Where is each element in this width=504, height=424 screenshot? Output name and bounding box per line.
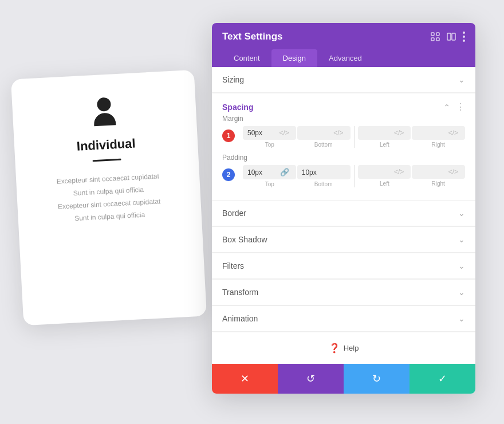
settings-panel: Text Settings [212,23,475,394]
margin-top-value: 50px [247,129,262,137]
margin-left-input[interactable]: </> [358,126,411,140]
sizing-section: Sizing ⌄ [212,67,475,93]
dot3 [463,40,465,42]
padding-left-link: </> [394,168,404,176]
padding-label: Padding [222,154,465,162]
padding-labels-left: Top Bottom [243,181,351,187]
margin-bottom-label: Bottom [297,142,351,148]
boxshadow-section: Box Shadow ⌄ [212,227,475,253]
split-icon[interactable] [447,32,456,41]
margin-divider [354,126,355,148]
margin-labels-right: Left Right [358,142,466,148]
margin-top-label: Top [243,142,297,148]
margin-top-input[interactable]: 50px </> [243,126,296,140]
transform-section: Transform ⌄ [212,280,475,306]
padding-right-label: Right [411,180,465,187]
margin-bottom-input[interactable]: </> [297,126,351,140]
reset-button[interactable]: ↺ [278,364,344,394]
padding-left-label: Left [358,180,412,187]
padding-right-link: </> [448,168,458,176]
margin-labels-left: Top Bottom [243,142,351,148]
margin-top-bottom: 50px </> </> [243,126,351,140]
cancel-button[interactable]: ✕ [212,364,278,394]
padding-right-input[interactable]: </> [412,165,465,179]
card-title: Individual [76,136,136,154]
margin-left-label: Left [358,142,412,148]
animation-header[interactable]: Animation ⌄ [212,306,475,332]
dot2 [463,36,465,38]
panel-tabs: Content Design Advanced [222,49,465,67]
padding-link-icon: 🔗 [280,168,289,176]
margin-bottom-link: </> [333,129,343,137]
avatar-body [93,112,116,126]
card-text-2: Sunt in culpa qui officia [73,186,144,197]
help-text[interactable]: Help [344,344,359,352]
avatar-head [97,97,111,112]
fullscreen-icon[interactable] [431,32,440,41]
animation-label: Animation [222,314,258,323]
boxshadow-header[interactable]: Box Shadow ⌄ [212,227,475,253]
padding-top-input[interactable]: 10px 🔗 [243,165,296,179]
boxshadow-chevron: ⌄ [458,235,465,244]
tab-advanced[interactable]: Advanced [317,49,373,67]
margin-label: Margin [222,115,465,123]
margin-right-input[interactable]: </> [412,126,465,140]
border-section: Border ⌄ [212,201,475,227]
more-icon[interactable] [463,32,465,42]
margin-link-icon: </> [279,129,289,137]
padding-top-label: Top [243,181,297,187]
filters-section: Filters ⌄ [212,253,475,280]
spacing-section: Spacing ⌄ ⋮ Margin 1 [212,93,475,201]
tab-content[interactable]: Content [222,49,271,67]
svg-rect-4 [447,33,451,40]
avatar-icon [88,97,121,131]
filters-label: Filters [222,261,244,270]
padding-bottom-value: 10px [302,168,317,176]
border-label: Border [222,209,246,218]
svg-rect-1 [436,33,439,36]
animation-section: Animation ⌄ [212,306,475,332]
sizing-header[interactable]: Sizing ⌄ [212,67,475,93]
redo-button[interactable]: ↻ [344,364,410,394]
transform-label: Transform [222,288,258,297]
help-row: ❓ Help [212,332,475,364]
margin-left-group: 50px </> </> Top Bottom [243,126,351,148]
filters-chevron: ⌄ [458,261,465,270]
padding-left-input[interactable]: </> [358,165,411,179]
border-header[interactable]: Border ⌄ [212,201,475,226]
help-icon[interactable]: ❓ [329,343,340,354]
border-chevron: ⌄ [458,209,465,218]
save-button[interactable]: ✓ [410,364,475,394]
spacing-more[interactable]: ⋮ [456,101,465,112]
padding-left-right: </> </> [358,165,466,179]
padding-left-group: 10px 🔗 10px Top Bottom [243,165,351,187]
margin-left-link: </> [394,129,404,137]
sizing-chevron: ⌄ [458,75,465,84]
panel-header: Text Settings [212,23,475,67]
tab-design[interactable]: Design [271,49,317,67]
preview-card: Individual Excepteur sint occaecat cupid… [11,70,207,325]
card-text-4: Sunt in culpa qui officia [74,211,145,222]
margin-left-right: </> </> [358,126,466,140]
svg-rect-2 [431,38,434,41]
dot1 [463,32,465,34]
transform-header[interactable]: Transform ⌄ [212,280,475,305]
panel-title: Text Settings [222,31,282,42]
padding-row: 2 10px 🔗 10px [222,165,465,187]
svg-rect-5 [452,33,455,40]
padding-labels-right: Left Right [358,180,466,187]
margin-inputs: 50px </> </> Top Bottom [243,126,465,148]
filters-header[interactable]: Filters ⌄ [212,253,475,279]
panel-title-row: Text Settings [222,31,465,42]
panel-body: Sizing ⌄ Spacing ⌄ ⋮ Margin 1 [212,67,475,364]
action-bar: ✕ ↺ ↻ ✓ [212,364,475,394]
padding-inputs: 10px 🔗 10px Top Bottom [243,165,465,187]
padding-top-bottom: 10px 🔗 10px [243,165,351,179]
card-text-1: Excepteur sint occaecat cupidatat [56,172,159,185]
spacing-header[interactable]: Spacing ⌄ ⋮ [212,93,475,115]
animation-chevron: ⌄ [458,314,465,323]
spacing-label: Spacing [222,103,253,112]
spacing-controls: ⌄ ⋮ [443,101,465,112]
padding-bottom-input[interactable]: 10px [297,165,351,179]
sizing-label: Sizing [222,75,244,84]
